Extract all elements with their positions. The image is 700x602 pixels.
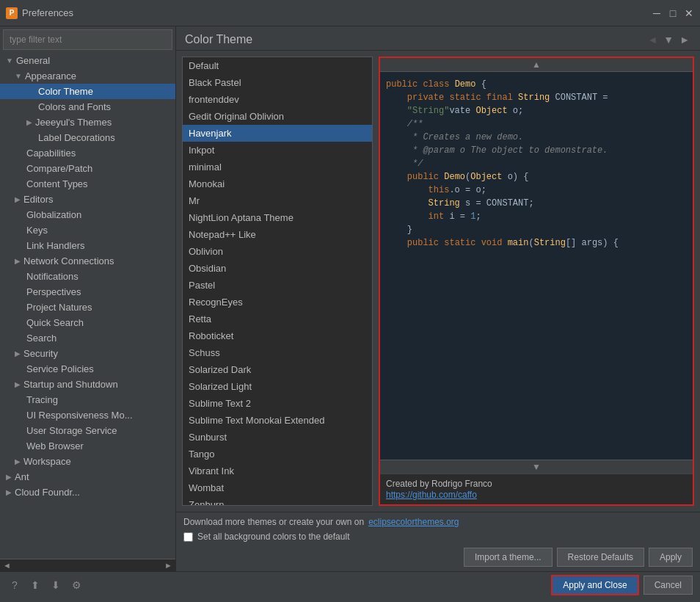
sidebar-item-label-ui-responsiveness: UI Responsiveness Mo... <box>26 410 133 421</box>
theme-item-oblivion[interactable]: Oblivion <box>183 243 372 260</box>
content-body: DefaultBlack PastelfrontenddevGedit Orig… <box>176 51 700 512</box>
scroll-right-btn[interactable]: ► <box>164 561 172 570</box>
sidebar-item-editors[interactable]: ▶Editors <box>0 192 175 207</box>
scroll-down-arrow[interactable]: ▼ <box>380 460 693 474</box>
theme-item-vibrant-ink[interactable]: Vibrant Ink <box>183 463 372 479</box>
theme-item-retta[interactable]: Retta <box>183 311 372 327</box>
sidebar-item-ui-responsiveness[interactable]: UI Responsiveness Mo... <box>0 407 175 423</box>
sidebar-item-service-policies[interactable]: Service Policies <box>0 361 175 377</box>
app-icon: P <box>6 7 18 19</box>
sidebar-item-appearance[interactable]: ▼Appearance <box>0 68 175 84</box>
sidebar-item-capabilities[interactable]: Capabilities <box>0 145 175 161</box>
theme-item-recogneyes[interactable]: RecognEyes <box>183 294 372 311</box>
sidebar-item-perspectives[interactable]: Perspectives <box>0 284 175 300</box>
help-button[interactable]: ? <box>7 578 22 592</box>
theme-item-schuss[interactable]: Schuss <box>183 344 372 361</box>
sidebar-item-general[interactable]: ▼General <box>0 53 175 68</box>
sidebar-item-jeeeyuls-themes[interactable]: ▶Jeeeyul's Themes <box>0 115 175 130</box>
apply-button[interactable]: Apply <box>649 548 693 567</box>
import-button[interactable]: Import a theme... <box>464 548 553 567</box>
sidebar-item-label-ant: Ant <box>15 471 29 482</box>
maximize-button[interactable]: □ <box>668 8 678 18</box>
filter-input[interactable] <box>3 29 172 50</box>
sidebar-item-web-browser[interactable]: Web Browser <box>0 438 175 454</box>
theme-item-black-pastel[interactable]: Black Pastel <box>183 74 372 91</box>
theme-item-default[interactable]: Default <box>183 57 372 74</box>
sidebar-item-ant[interactable]: ▶Ant <box>0 469 175 485</box>
theme-item-nightlion-aptana[interactable]: NightLion Aptana Theme <box>183 209 372 226</box>
restore-button[interactable]: Restore Defaults <box>557 548 644 567</box>
sidebar-item-search[interactable]: Search <box>0 330 175 346</box>
sidebar-item-colors-fonts[interactable]: Colors and Fonts <box>0 99 175 115</box>
sidebar-item-notifications[interactable]: Notifications <box>0 269 175 284</box>
tree-container[interactable]: ▼General▼AppearanceColor ThemeColors and… <box>0 53 175 559</box>
theme-item-sublime-text-2[interactable]: Sublime Text 2 <box>183 395 372 412</box>
theme-item-notepadpp-like[interactable]: Notepad++ Like <box>183 226 372 243</box>
theme-list[interactable]: DefaultBlack PastelfrontenddevGedit Orig… <box>182 57 373 506</box>
forward-button[interactable]: ► <box>678 32 691 47</box>
theme-item-monokai[interactable]: Monokai <box>183 175 372 192</box>
download-text: Download more themes or create your own … <box>183 517 364 527</box>
sidebar-item-project-natures[interactable]: Project Natures <box>0 300 175 315</box>
theme-item-minimal[interactable]: minimal <box>183 159 372 175</box>
download-link[interactable]: eclipsecolorthemes.org <box>368 517 459 527</box>
sidebar-item-content-types[interactable]: Content Types <box>0 176 175 192</box>
theme-item-zenburn[interactable]: Zenburn <box>183 496 372 506</box>
sidebar-item-color-theme[interactable]: Color Theme <box>0 84 175 99</box>
close-button[interactable]: ✕ <box>684 8 694 18</box>
sidebar-item-startup-shutdown[interactable]: ▶Startup and Shutdown <box>0 377 175 392</box>
theme-item-inkpot[interactable]: Inkpot <box>183 142 372 159</box>
theme-item-frontenddev[interactable]: frontenddev <box>183 91 372 108</box>
sidebar-item-cloud-foundr[interactable]: ▶Cloud Foundr... <box>0 485 175 500</box>
export-down-button[interactable]: ⬇ <box>48 578 63 592</box>
sidebar-item-user-storage[interactable]: User Storage Service <box>0 423 175 438</box>
sidebar-item-network-connections[interactable]: ▶Network Connections <box>0 253 175 269</box>
theme-item-havenjark[interactable]: Havenjark <box>183 125 372 142</box>
content-title: Color Theme <box>185 33 252 46</box>
title-bar: P Preferences ─ □ ✕ <box>0 0 700 26</box>
sidebar-item-label-link-handlers: Link Handlers <box>26 240 85 251</box>
sidebar-item-label-general: General <box>16 55 50 66</box>
theme-item-gedit-original-oblivion[interactable]: Gedit Original Oblivion <box>183 108 372 125</box>
sidebar-item-label-notifications: Notifications <box>26 271 79 282</box>
sidebar-item-label-jeeeyuls-themes: Jeeeyul's Themes <box>35 117 112 128</box>
expand-arrow-icon: ▶ <box>15 257 21 265</box>
apply-close-button[interactable]: Apply and Close <box>551 575 638 595</box>
sidebar-item-label-cloud-foundr: Cloud Foundr... <box>15 487 80 498</box>
theme-item-sunburst[interactable]: Sunburst <box>183 429 372 446</box>
sidebar-item-label-security: Security <box>23 348 58 359</box>
theme-item-wombat[interactable]: Wombat <box>183 479 372 496</box>
sidebar-item-globalization[interactable]: Globalization <box>0 207 175 222</box>
sidebar-item-security[interactable]: ▶Security <box>0 346 175 361</box>
settings-icon-button[interactable]: ⚙ <box>69 578 84 592</box>
sidebar-item-keys[interactable]: Keys <box>0 222 175 238</box>
sidebar-item-tracing[interactable]: Tracing <box>0 392 175 407</box>
bg-color-checkbox[interactable] <box>183 532 193 542</box>
minimize-button[interactable]: ─ <box>652 8 662 18</box>
expand-arrow-icon: ▶ <box>26 118 32 126</box>
theme-item-mr[interactable]: Mr <box>183 192 372 209</box>
back-button[interactable]: ◄ <box>646 32 659 47</box>
sidebar-item-label-user-storage: User Storage Service <box>26 425 117 436</box>
nav-dropdown-button[interactable]: ▼ <box>662 32 675 47</box>
theme-item-obsidian[interactable]: Obsidian <box>183 260 372 277</box>
sidebar: ▼General▼AppearanceColor ThemeColors and… <box>0 26 176 571</box>
sidebar-item-label-decorations[interactable]: Label Decorations <box>0 130 175 145</box>
theme-item-sublime-text-monokai[interactable]: Sublime Text Monokai Extended <box>183 412 372 429</box>
cancel-button[interactable]: Cancel <box>644 576 693 595</box>
sidebar-item-compare-patch[interactable]: Compare/Patch <box>0 161 175 176</box>
theme-item-tango[interactable]: Tango <box>183 446 372 463</box>
export-up-button[interactable]: ⬆ <box>28 578 43 592</box>
theme-item-solarized-light[interactable]: Solarized Light <box>183 378 372 395</box>
theme-item-pastel[interactable]: Pastel <box>183 277 372 294</box>
sidebar-item-workspace[interactable]: ▶Workspace <box>0 454 175 469</box>
sidebar-item-quick-search[interactable]: Quick Search <box>0 315 175 330</box>
theme-item-roboticket[interactable]: Roboticket <box>183 327 372 344</box>
scroll-left-btn[interactable]: ◄ <box>3 561 11 570</box>
theme-item-solarized-dark[interactable]: Solarized Dark <box>183 361 372 378</box>
nav-arrows: ◄ ▼ ► <box>646 32 691 47</box>
credit-link[interactable]: https://github.com/caffo <box>386 490 477 500</box>
sidebar-item-link-handlers[interactable]: Link Handlers <box>0 238 175 253</box>
scroll-up-arrow[interactable]: ▲ <box>380 58 693 72</box>
sidebar-item-label-network-connections: Network Connections <box>23 255 114 266</box>
